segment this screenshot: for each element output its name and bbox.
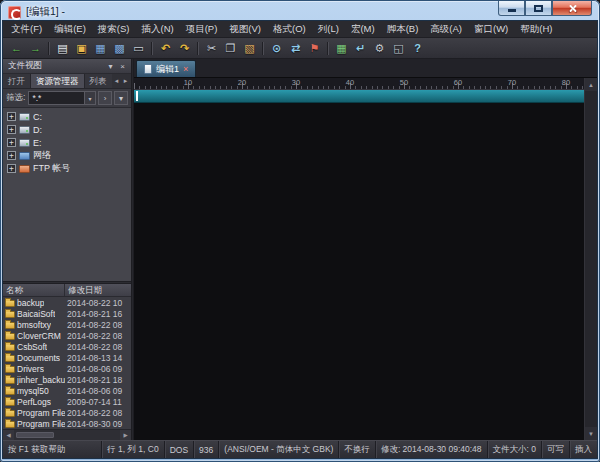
vertical-scrollbar[interactable]: ▲ ▼ (584, 78, 597, 440)
expand-plus-icon[interactable]: + (7, 151, 16, 160)
horizontal-scrollbar[interactable]: ◀ ▶ (3, 429, 131, 440)
forward-icon[interactable]: → (26, 40, 45, 57)
menu-item-6[interactable]: 格式(O) (267, 21, 312, 37)
scroll-down-icon[interactable]: ▼ (585, 427, 597, 440)
view-grid-icon[interactable]: ▦ (332, 40, 351, 57)
paste-icon[interactable]: ▧ (240, 40, 259, 57)
status-wrap-mode[interactable]: 不换行 (338, 441, 375, 458)
editor-area[interactable] (134, 90, 584, 440)
sidebar-tab-2[interactable]: 列表 (85, 74, 113, 88)
app-window: [编辑1] - 文件(F)编辑(E)搜索(S)插入(N)项目(P)视图(V)格式… (0, 0, 600, 462)
file-row-11[interactable]: Program File...2014-08-30 09 (3, 418, 131, 429)
status-bar: 按 F1 获取帮助行 1, 列 1, C0DOS936(ANSI/OEM - 简… (3, 440, 597, 458)
scroll-left-icon[interactable]: ◀ (3, 430, 14, 440)
scroll-up-icon[interactable]: ▲ (585, 78, 597, 91)
copy-icon[interactable]: ❐ (221, 40, 240, 57)
replace-icon[interactable]: ⇄ (286, 40, 305, 57)
sidebar-tab-1[interactable]: 资源管理器 (31, 74, 85, 88)
cut-icon[interactable]: ✂ (202, 40, 221, 57)
menu-item-11[interactable]: 窗口(W) (468, 21, 514, 37)
tree-item-3[interactable]: +网络 (3, 149, 131, 162)
hscroll-thumb[interactable] (16, 432, 54, 438)
save-all-icon[interactable]: ▩ (110, 40, 129, 57)
vscroll-track[interactable] (585, 91, 597, 427)
tabs-scroll-right-icon[interactable]: ▸ (121, 76, 130, 87)
sidebar-tab-0[interactable]: 打开 (3, 74, 31, 88)
folder-icon (5, 322, 15, 329)
file-row-3[interactable]: CloverCRM2014-08-22 08 (3, 330, 131, 341)
status-insert-mode[interactable]: 插入 (569, 441, 597, 458)
file-name: BaicaiSoft (17, 309, 55, 319)
file-list-header: 名称 修改日期 (3, 284, 131, 297)
print-icon[interactable]: ▭ (129, 40, 148, 57)
menu-item-12[interactable]: 帮助(H) (514, 21, 558, 37)
panel-menu-icon[interactable]: ▾ (105, 61, 116, 72)
scroll-right-icon[interactable]: ▶ (120, 430, 131, 440)
hscroll-track[interactable] (14, 430, 120, 440)
file-list: 名称 修改日期 backup2014-08-22 10BaicaiSoft201… (3, 284, 131, 440)
menu-item-9[interactable]: 脚本(B) (381, 21, 425, 37)
menu-item-7[interactable]: 列(L) (312, 21, 345, 37)
file-row-0[interactable]: backup2014-08-22 10 (3, 297, 131, 308)
menu-item-1[interactable]: 编辑(E) (48, 21, 92, 37)
file-row-9[interactable]: PerfLogs2009-07-14 11 (3, 396, 131, 407)
status-codepage[interactable]: 936 (193, 441, 218, 458)
document-tab[interactable]: 编辑1 × (136, 60, 196, 77)
chevron-down-icon[interactable]: ▾ (84, 92, 95, 104)
menu-item-5[interactable]: 视图(V) (223, 21, 267, 37)
undo-icon[interactable]: ↶ (156, 40, 175, 57)
file-row-2[interactable]: bmsoftxy2014-08-22 08 (3, 319, 131, 330)
menu-item-8[interactable]: 宏(M) (345, 21, 381, 37)
filter-menu-button[interactable]: ▾ (114, 91, 128, 105)
file-row-1[interactable]: BaicaiSoft2014-08-21 16 (3, 308, 131, 319)
expand-plus-icon[interactable]: + (7, 164, 16, 173)
title-bar[interactable]: [编辑1] - (0, 0, 600, 21)
fullscreen-icon[interactable]: ◱ (389, 40, 408, 57)
expand-plus-icon[interactable]: + (7, 138, 16, 147)
new-file-icon[interactable]: ▤ (53, 40, 72, 57)
settings-icon[interactable]: ⚙ (370, 40, 389, 57)
menu-item-10[interactable]: 高级(A) (424, 21, 468, 37)
folder-icon (5, 311, 15, 318)
panel-title: 文件视图 (8, 60, 104, 72)
menu-item-3[interactable]: 插入(N) (135, 21, 179, 37)
file-row-5[interactable]: Documents2014-08-13 14 (3, 352, 131, 363)
bookmark-icon[interactable]: ⚑ (305, 40, 324, 57)
menu-item-0[interactable]: 文件(F) (5, 21, 48, 37)
open-folder-icon[interactable]: ▣ (72, 40, 91, 57)
tree-item-0[interactable]: +C: (3, 110, 131, 123)
file-row-6[interactable]: Drivers2014-08-06 09 (3, 363, 131, 374)
tab-close-icon[interactable]: × (183, 65, 188, 74)
help-icon[interactable]: ? (408, 40, 427, 57)
column-header-name[interactable]: 名称 (3, 284, 65, 296)
menu-item-4[interactable]: 项目(P) (180, 21, 224, 37)
save-icon[interactable]: ▦ (91, 40, 110, 57)
close-button[interactable] (552, 1, 592, 16)
back-icon[interactable]: ← (7, 40, 26, 57)
expand-plus-icon[interactable]: + (7, 112, 16, 121)
tree-item-4[interactable]: +FTP 帐号 (3, 162, 131, 175)
file-row-8[interactable]: mysql502014-08-06 09 (3, 385, 131, 396)
file-row-7[interactable]: jinher_backup2014-08-21 18 (3, 374, 131, 385)
tabs-scroll-left-icon[interactable]: ◂ (112, 76, 121, 87)
column-header-date[interactable]: 修改日期 (65, 284, 131, 296)
panel-close-icon[interactable]: × (117, 61, 128, 72)
file-row-10[interactable]: Program Files2014-08-22 08 (3, 407, 131, 418)
status-line-ending[interactable]: DOS (164, 441, 193, 458)
status-writable[interactable]: 可写 (541, 441, 569, 458)
status-encoding[interactable]: (ANSI/OEM - 简体中文 GBK) (218, 441, 338, 458)
menu-item-2[interactable]: 搜索(S) (92, 21, 136, 37)
minimize-button[interactable] (498, 1, 525, 16)
filter-combobox[interactable]: *.* ▾ (28, 91, 96, 105)
maximize-button[interactable] (525, 1, 552, 16)
filter-go-button[interactable]: › (98, 91, 112, 105)
redo-icon[interactable]: ↷ (175, 40, 194, 57)
word-wrap-icon[interactable]: ↵ (351, 40, 370, 57)
drive-icon (19, 113, 30, 121)
tree-item-1[interactable]: +D: (3, 123, 131, 136)
file-row-4[interactable]: CsbSoft2014-08-22 08 (3, 341, 131, 352)
status-caret-position[interactable]: 行 1, 列 1, C0 (101, 441, 164, 458)
expand-plus-icon[interactable]: + (7, 125, 16, 134)
tree-item-2[interactable]: +E: (3, 136, 131, 149)
find-icon[interactable]: ⊙ (267, 40, 286, 57)
